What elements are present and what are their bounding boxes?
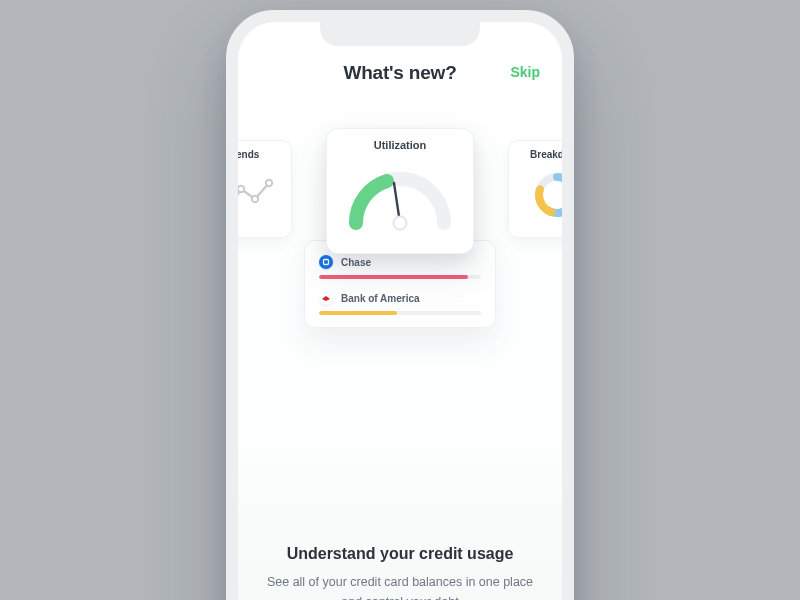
card-breakdown[interactable]: Breakdown [508,140,562,238]
bank-bar [319,311,481,315]
card-trends-title: Trends [238,149,281,160]
svg-point-3 [252,195,258,201]
phone-notch [320,20,480,46]
bank-row: Chase [319,255,481,279]
svg-rect-10 [324,260,329,265]
copy-block: Understand your credit usage See all of … [238,545,562,600]
app-screen: What's new? Skip Trends [238,22,562,600]
bank-name: Chase [341,257,371,268]
card-breakdown-title: Breakdown [519,149,562,160]
sparkline-icon [238,160,281,229]
svg-point-4 [266,179,272,185]
gauge-icon [344,157,456,245]
bank-row: Bank of America [319,291,481,315]
headline: Understand your credit usage [266,545,534,563]
subhead: See all of your credit card balances in … [266,573,534,600]
svg-point-9 [394,217,407,230]
card-trends[interactable]: Trends [238,140,292,238]
donut-icon [519,160,562,229]
skip-button[interactable]: Skip [510,64,540,80]
card-utilization[interactable]: Utilization [326,128,474,254]
page-title: What's new? [343,62,456,84]
phone-frame: What's new? Skip Trends [226,10,574,600]
chase-icon [319,255,333,269]
feature-illustration: Trends Breakdown [238,128,562,358]
svg-point-2 [238,185,244,191]
bank-bar [319,275,481,279]
bank-name: Bank of America [341,293,420,304]
bofa-icon [319,291,333,305]
card-utilization-title: Utilization [374,139,427,151]
